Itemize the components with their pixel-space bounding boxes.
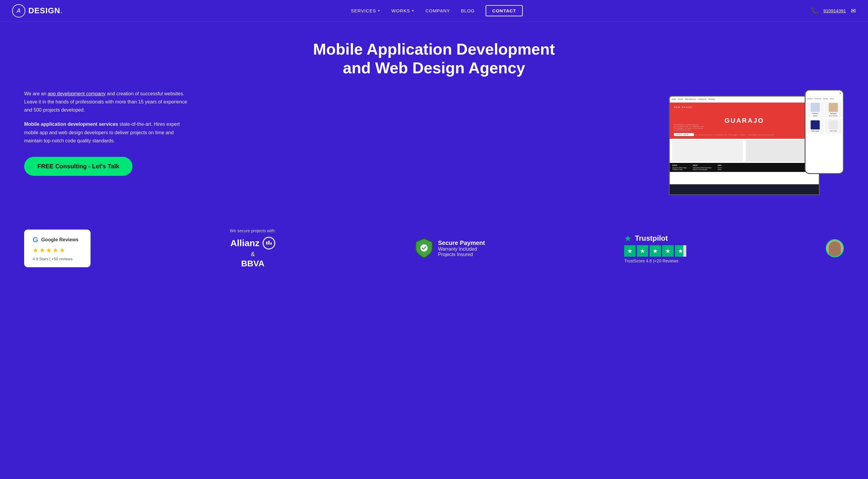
phone-number[interactable]: 910914391 — [823, 8, 846, 13]
cta-button[interactable]: FREE Consulting - Let's Talk — [24, 157, 132, 176]
trustpilot-star-icon: ★ — [624, 233, 632, 244]
nav-services[interactable]: SERVICES ▼ — [351, 8, 381, 13]
logo-icon: A — [12, 4, 25, 18]
we-secure-text: We secure projects with: — [230, 228, 276, 233]
tp-star-5: ★ — [675, 245, 686, 257]
tp-star-1: ★ — [624, 245, 636, 257]
nav-works[interactable]: WORKS ▼ — [392, 8, 415, 13]
svg-rect-1 — [268, 241, 270, 245]
trustpilot-stars: ★ ★ ★ ★ ★ — [624, 245, 686, 257]
allianz-bars-icon — [266, 240, 272, 247]
secure-payment: Secure Payment Warranty Included Project… — [415, 238, 485, 259]
logo-link[interactable]: A DESIGN. — [12, 4, 63, 18]
phone-notification: ● — [840, 92, 841, 95]
allianz-section: We secure projects with: Allianz & BBVA — [230, 228, 276, 268]
phone-bottom-nav: ⌂ ⊕ ♡ ☰ — [806, 135, 843, 141]
secure-insured: Projects Insured — [438, 252, 485, 257]
contact-button[interactable]: CONTACT — [486, 5, 523, 16]
trustpilot-section: ★ Trustpilot ★ ★ ★ ★ ★ TrustScore 4.6 |+… — [624, 233, 686, 263]
hero-section: Mobile Application Development and Web D… — [0, 22, 868, 216]
trustpilot-header: ★ Trustpilot — [624, 233, 686, 244]
phone-frame: Nike ● Rollins Knitwear Jacket Shop Knit… — [805, 90, 844, 174]
google-rating: 4.9 Stars | +50 reviews — [33, 257, 82, 261]
phone-product-1: Knitwear Jacket — [807, 102, 824, 117]
phone-product-2: Backpack $400 $40.00 — [825, 102, 842, 117]
logo-letter: A — [17, 7, 21, 14]
svg-rect-0 — [266, 242, 268, 245]
navbar: A DESIGN. SERVICES ▼ WORKS ▼ COMPANY BLO — [0, 0, 868, 22]
nav-company[interactable]: COMPANY — [426, 8, 450, 13]
hero-content: We are an app development company and cr… — [24, 90, 844, 204]
allianz-logo: Allianz — [230, 237, 276, 250]
hero-image-area: HOME STORE NEW ARRIVALS LOOKBOOK JOURNAL… — [211, 90, 844, 204]
logo-text: DESIGN. — [28, 6, 63, 15]
chevron-down-icon: ▼ — [377, 9, 380, 12]
laptop-nav-links: HOME STORE NEW ARRIVALS LOOKBOOK JOURNAL — [672, 98, 715, 100]
phone-menu-bar: Rollins Knitwear Jacket Shop — [806, 97, 843, 101]
shield-icon — [415, 238, 433, 259]
device-mockup: HOME STORE NEW ARRIVALS LOOKBOOK JOURNAL… — [669, 90, 844, 204]
hero-title: Mobile Application Development and Web D… — [298, 40, 570, 77]
google-reviews-header: G Google Reviews — [33, 235, 82, 244]
tp-star-4: ★ — [662, 245, 674, 257]
trustpilot-name: Trustpilot — [635, 234, 668, 243]
nav-links: SERVICES ▼ WORKS ▼ COMPANY BLOG CONTACT — [351, 5, 523, 16]
google-reviews-card: G Google Reviews ★★★★★ 4.9 Stars | +50 r… — [24, 229, 91, 267]
laptop-frame: HOME STORE NEW ARRIVALS LOOKBOOK JOURNAL… — [669, 96, 820, 195]
nav-blog[interactable]: BLOG — [461, 8, 475, 13]
bbva-logo: BBVA — [230, 259, 276, 268]
phone-product-4: $300 $450 — [825, 119, 842, 134]
laptop-hero-red: NEW BRAND GUARAJO Globally repurpose alt… — [670, 102, 819, 139]
phone-header: Nike ● — [806, 91, 843, 97]
google-stars: ★★★★★ — [33, 247, 82, 254]
trust-bar: G Google Reviews ★★★★★ 4.9 Stars | +50 r… — [0, 216, 868, 281]
hero-paragraph-2: Mobile application development services … — [24, 120, 193, 145]
hero-text-block: We are an app development company and cr… — [24, 90, 193, 176]
allianz-ampersand: & — [230, 251, 276, 258]
tp-star-2: ★ — [637, 245, 648, 257]
phone-icon[interactable]: 📞 — [811, 7, 818, 14]
svg-rect-2 — [271, 243, 272, 245]
mail-icon[interactable]: ✉ — [851, 7, 856, 14]
tp-star-3: ★ — [650, 245, 661, 257]
phone-screen: Nike ● Rollins Knitwear Jacket Shop Knit… — [806, 91, 843, 173]
secure-payment-title: Secure Payment — [438, 240, 485, 247]
google-logo: G — [33, 235, 38, 244]
phone-product-grid: Knitwear Jacket Backpack $400 $40.00 — [806, 101, 843, 135]
laptop-nav: HOME STORE NEW ARRIVALS LOOKBOOK JOURNAL… — [670, 97, 819, 102]
google-reviews-title: Google Reviews — [41, 237, 79, 243]
laptop-screen: HOME STORE NEW ARRIVALS LOOKBOOK JOURNAL… — [670, 97, 819, 185]
secure-text: Secure Payment Warranty Included Project… — [438, 240, 485, 257]
laptop-sub — [670, 139, 819, 163]
allianz-circle-icon — [262, 237, 275, 250]
app-dev-link[interactable]: app development company — [48, 91, 105, 96]
shield-svg — [415, 238, 433, 259]
avatar — [826, 239, 844, 257]
laptop-base — [669, 194, 820, 195]
phone-product-3: Balenciaga — [807, 119, 824, 134]
trustpilot-score: TrustScore 4.6 |+20 Reviews — [624, 258, 686, 263]
secure-warranty: Warranty Included — [438, 247, 485, 252]
laptop-footer: SHOP Casual & Urban Wear T-Shirts & Tops… — [670, 163, 819, 172]
nav-right: 📞 910914391 ✉ — [811, 7, 856, 14]
phone-brand: Nike — [807, 91, 816, 96]
avatar-silhouette — [829, 241, 841, 256]
hero-paragraph-1: We are an app development company and cr… — [24, 90, 193, 114]
chevron-down-icon: ▼ — [411, 9, 415, 12]
